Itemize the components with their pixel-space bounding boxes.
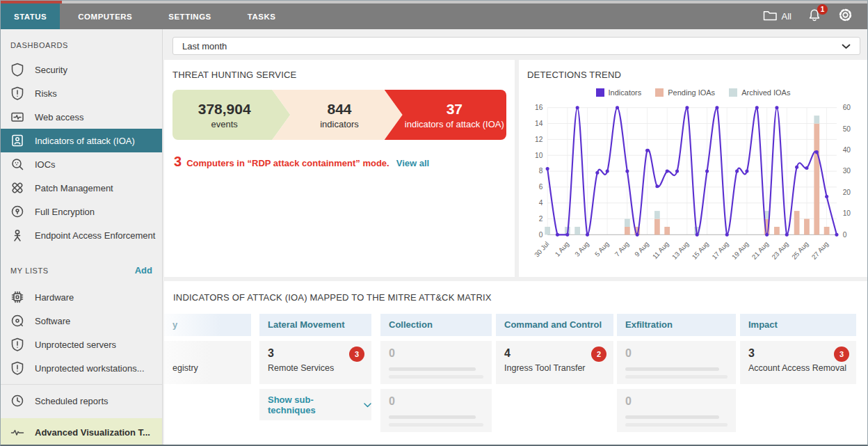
svg-text:13 Aug: 13 Aug: [670, 240, 690, 261]
skeleton-bar: [625, 367, 719, 371]
legend-swatch: [729, 88, 737, 97]
nav-tab-computers[interactable]: COMPUTERS: [60, 3, 150, 29]
svg-text:30: 30: [843, 167, 851, 175]
sidebar-item-hardware[interactable]: Hardware: [1, 285, 162, 309]
detections-trend-chart: 0246810121416010203040506030 Jul1 Aug3 A…: [527, 99, 859, 271]
show-subtechniques-link[interactable]: Show sub-techniques: [259, 389, 371, 420]
svg-text:4: 4: [539, 199, 543, 207]
sidebar-item-label: Unprotected servers: [35, 340, 116, 350]
svg-text:5 Aug: 5 Aug: [593, 240, 611, 258]
mitre-column-lateral-movement: Lateral Movement3Remote Services3Show su…: [259, 314, 371, 420]
funnel-segment-indicators-of-attack-ioa-[interactable]: 37indicators of attack (IOA): [385, 90, 506, 140]
svg-text:0: 0: [843, 231, 847, 239]
nav-tab-status[interactable]: STATUS: [1, 3, 60, 29]
dashboards-header-label: DASHBOARDS: [10, 41, 68, 49]
sidebar-item-unprotected-servers[interactable]: Unprotected servers: [1, 333, 162, 356]
funnel-segment-events[interactable]: 378,904events: [172, 90, 290, 140]
mitre-column-collection: Collection00: [380, 314, 492, 432]
add-list-link[interactable]: Add: [135, 265, 152, 276]
sidebar-item-label: Full Encryption: [35, 207, 95, 217]
sidebar-item-scheduled-reports[interactable]: Scheduled reports: [1, 389, 162, 413]
skeleton-bar: [389, 415, 476, 419]
technique-cell[interactable]: 4Ingress Tool Transfer2: [496, 341, 613, 384]
technique-label: Ingress Tool Transfer: [504, 363, 605, 373]
view-all-link[interactable]: View all: [396, 158, 429, 168]
svg-text:60: 60: [843, 104, 851, 111]
sidebar-item-unprotected-workstations[interactable]: Unprotected workstations...: [1, 356, 162, 380]
console-window: STATUSCOMPUTERSSETTINGSTASKS All 1 DASHB…: [0, 0, 868, 446]
funnel-value: 844: [327, 101, 351, 118]
svg-text:19 Aug: 19 Aug: [730, 240, 750, 261]
sidebar-item-iocs[interactable]: IOCs: [1, 152, 162, 176]
time-range-select[interactable]: Last month: [172, 37, 860, 55]
svg-text:27 Aug: 27 Aug: [810, 240, 830, 261]
sidebar-item-patch-management[interactable]: Patch Management: [1, 176, 162, 200]
dashboards-section-header: DASHBOARDS: [10, 41, 152, 49]
bandage-icon: [10, 180, 25, 196]
clock-icon: [10, 393, 25, 408]
svg-text:0: 0: [539, 231, 543, 239]
sidebar-divider: [1, 384, 162, 385]
sidebar-item-software[interactable]: Software: [1, 309, 162, 333]
mitre-column-clipped: yegistry: [164, 314, 251, 384]
sidebar-item-label: Unprotected workstations...: [35, 363, 145, 374]
alert-count-badge: 3: [349, 347, 364, 362]
notifications-button[interactable]: 1: [807, 8, 822, 26]
technique-cell[interactable]: 3Remote Services3: [259, 341, 371, 384]
mitre-matrix-title: INDICATORS OF ATTACK (IOA) MAPPED TO THE…: [173, 292, 867, 303]
tactic-header[interactable]: Lateral Movement: [259, 314, 371, 336]
technique-count: 3: [748, 347, 848, 361]
sidebar-item-web-access[interactable]: Web access: [1, 105, 162, 129]
technique-label: egistry: [172, 363, 243, 373]
technique-cell[interactable]: egistry: [164, 341, 251, 384]
funnel-segment-indicators[interactable]: 844indicators: [272, 90, 402, 140]
id-badge-icon: [10, 133, 25, 148]
tactic-header[interactable]: Collection: [380, 314, 492, 336]
nav-tab-tasks[interactable]: TASKS: [230, 3, 294, 29]
tactic-header[interactable]: Command and Control: [496, 314, 613, 336]
gear-icon: [837, 13, 853, 25]
sidebar-item-security[interactable]: Security: [1, 58, 162, 81]
tactic-header[interactable]: y: [164, 314, 251, 336]
funnel-value: 378,904: [198, 101, 251, 118]
svg-text:10: 10: [535, 152, 543, 159]
svg-text:2: 2: [539, 215, 543, 223]
legend-swatch: [596, 88, 604, 97]
sidebar-item-indicators-of-attack-ioa[interactable]: Indicators of attack (IOA): [1, 129, 162, 152]
nav-tab-settings[interactable]: SETTINGS: [150, 3, 230, 29]
chevron-down-icon: [842, 41, 851, 51]
group-filter-button[interactable]: All: [762, 8, 791, 25]
waveform-icon: [10, 424, 25, 440]
sidebar-item-label: Security: [35, 65, 67, 75]
folder-icon: [762, 8, 777, 25]
mitre-matrix-panel: INDICATORS OF ATTACK (IOA) MAPPED TO THE…: [164, 281, 867, 445]
chart-legend: IndicatorsPending IOAsArchived IOAs: [527, 88, 859, 97]
sidebar-item-full-encryption[interactable]: Full Encryption: [1, 200, 162, 223]
containment-count: 3: [174, 154, 182, 170]
alert-count-badge: 2: [591, 347, 606, 362]
skeleton-bar: [625, 423, 728, 427]
tactic-header[interactable]: Impact: [740, 314, 856, 336]
skeleton-bar: [389, 367, 476, 371]
technique-label: Remote Services: [268, 363, 363, 373]
mitre-column-command-and-control: Command and Control4Ingress Tool Transfe…: [496, 314, 613, 384]
sidebar-item-risks[interactable]: Risks: [1, 81, 162, 105]
technique-cell-empty: 0: [617, 389, 736, 432]
tactic-header[interactable]: Exfiltration: [617, 314, 736, 336]
sidebar-item-endpoint-access-enforcement[interactable]: Endpoint Access Enforcement: [1, 223, 162, 247]
legend-label: Archived IOAs: [741, 88, 790, 97]
technique-cell-empty: 0: [617, 341, 736, 384]
technique-cell[interactable]: 3Account Access Removal3: [740, 341, 856, 384]
shield-icon: [10, 62, 25, 77]
svg-text:20: 20: [843, 189, 851, 196]
legend-swatch: [655, 88, 664, 97]
top-navbar: STATUSCOMPUTERSSETTINGSTASKS All 1: [1, 3, 867, 29]
funnel-label: events: [211, 119, 238, 129]
legend-label: Pending IOAs: [668, 88, 715, 97]
sidebar-item-advanced-visualization-t[interactable]: Advanced Visualization T...: [1, 418, 162, 446]
threat-hunting-title: THREAT HUNTING SERVICE: [172, 70, 506, 80]
chip-icon: [10, 289, 25, 305]
threat-hunting-funnel: 378,904events844indicators37indicators o…: [172, 90, 506, 140]
settings-button[interactable]: [837, 7, 853, 26]
svg-text:15 Aug: 15 Aug: [691, 240, 710, 261]
